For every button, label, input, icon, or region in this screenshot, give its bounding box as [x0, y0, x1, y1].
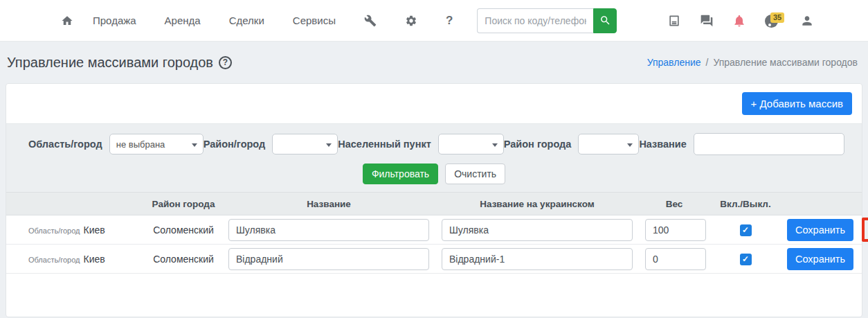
menu-sales[interactable]: Продажа [93, 15, 145, 26]
page-title-text: Управление массивами городов [7, 55, 213, 71]
row-enabled-cell: ✓ [709, 252, 781, 265]
row-region-cell: Область/город Киев [6, 224, 145, 236]
filter-name-input[interactable] [694, 133, 844, 155]
balance-badge: 35 [770, 12, 784, 23]
menu-services[interactable]: Сервисы [293, 15, 345, 26]
filter-district-select[interactable] [272, 134, 338, 154]
row-name-ua-cell [435, 219, 639, 241]
filter-region-label: Область/город [28, 139, 102, 150]
breadcrumb-separator: / [706, 57, 709, 68]
name-ua-input[interactable] [442, 248, 633, 270]
menu-deals-label: Сделки [229, 15, 264, 26]
top-navbar: Продажа Аренда Сделки Сервисы ? [0, 0, 868, 42]
home-icon [61, 15, 73, 27]
filter-city-district: Район города [504, 134, 640, 154]
filter-name: Название [639, 133, 844, 155]
chat-icon[interactable] [700, 14, 714, 28]
page-header: Управление массивами городов ? Управлени… [0, 42, 868, 83]
filter-region-select[interactable]: не выбрана [109, 134, 204, 154]
add-array-button[interactable]: + Добавить массив [742, 92, 852, 115]
wrench-icon [364, 15, 377, 27]
filter-section: Область/город не выбрана Район/город Нас… [6, 123, 862, 192]
filter-buttons: Фильтровать Очистить [28, 164, 840, 184]
filter-name-label: Название [639, 139, 686, 150]
page-title: Управление массивами городов ? [7, 55, 232, 71]
menu-services-label: Сервисы [293, 15, 336, 26]
th-name-ua: Название на украинском [435, 199, 639, 209]
row-weight-cell [639, 219, 709, 241]
menu-sales-label: Продажа [93, 15, 136, 26]
region-prefix-label: Область/город [28, 256, 80, 264]
navbar-right-icons: 35 [667, 13, 814, 28]
content-panel: + Добавить массив Область/город не выбра… [6, 83, 862, 317]
row-name-cell [222, 219, 435, 241]
filter-apply-button[interactable]: Фильтровать [363, 164, 438, 184]
row-actions-cell: Сохранить ✕ [781, 218, 868, 242]
search-input[interactable] [477, 8, 593, 33]
row-region-cell: Область/город Киев [6, 254, 145, 265]
save-button[interactable]: Сохранить [787, 219, 853, 241]
row-name-cell [222, 248, 435, 270]
coin-dot [768, 24, 771, 26]
row-actions-cell: Сохранить ✕ [781, 248, 868, 270]
menu-tools[interactable] [364, 15, 386, 27]
home-button[interactable] [61, 15, 73, 27]
region-prefix-label: Область/город [28, 227, 80, 235]
filter-clear-button[interactable]: Очистить [445, 164, 505, 184]
search-icon [599, 15, 611, 26]
user-icon[interactable] [800, 14, 814, 28]
menu-rent-label: Аренда [165, 15, 201, 26]
table-row: Область/город Киев Соломенский ✓ Сохрани… [6, 245, 862, 274]
weight-input[interactable] [645, 248, 706, 270]
weight-input[interactable] [645, 219, 706, 241]
th-weight: Вес [639, 199, 709, 209]
filter-settlement: Населенный пункт [338, 134, 504, 154]
th-name: Название [222, 199, 435, 209]
name-input[interactable] [228, 219, 429, 241]
row-name-ua-cell [435, 248, 639, 270]
breadcrumb-link-management[interactable]: Управление [647, 57, 701, 68]
select-arrows-icon [627, 142, 633, 147]
menu-deals[interactable]: Сделки [229, 15, 273, 26]
table-header: Район города Название Название на украин… [6, 192, 862, 215]
region-value: Киев [84, 224, 105, 236]
filter-district-label: Район/город [204, 139, 266, 150]
row-enabled-cell: ✓ [709, 223, 781, 236]
enabled-checkbox[interactable]: ✓ [740, 254, 752, 265]
help-icon[interactable]: ? [219, 56, 232, 69]
region-value: Киев [84, 254, 105, 265]
breadcrumb-current: Управление массивами городов [713, 57, 858, 68]
save-button[interactable]: Сохранить [787, 248, 853, 270]
select-arrows-icon [492, 142, 498, 147]
row-district-cell: Соломенский [145, 224, 222, 236]
search-button[interactable] [593, 8, 617, 33]
filter-settlement-label: Населенный пункт [338, 139, 431, 150]
filter-region-value: не выбрана [116, 139, 165, 150]
delete-button-highlight: ✕ [862, 218, 868, 242]
row-weight-cell [639, 248, 709, 270]
filter-city-district-label: Район города [504, 139, 572, 150]
filter-region: Область/город не выбрана [28, 134, 204, 154]
table-row: Область/город Киев Соломенский ✓ Сохрани… [6, 215, 862, 245]
main-menu: Продажа Аренда Сделки Сервисы ? [61, 14, 462, 28]
balance-icon[interactable]: 35 [765, 13, 781, 28]
select-arrows-icon [192, 142, 197, 147]
menu-settings[interactable] [405, 15, 426, 27]
menu-help[interactable]: ? [446, 14, 462, 28]
filter-district: Район/город [204, 134, 338, 154]
question-icon: ? [446, 14, 453, 28]
row-district-cell: Соломенский [145, 254, 222, 265]
name-ua-input[interactable] [442, 219, 633, 241]
gear-icon [405, 15, 417, 27]
bell-icon[interactable] [732, 14, 746, 28]
filter-settlement-select[interactable] [438, 134, 504, 154]
name-input[interactable] [228, 248, 429, 270]
menu-rent[interactable]: Аренда [165, 15, 210, 26]
enabled-checkbox[interactable]: ✓ [740, 224, 752, 236]
select-arrows-icon [326, 142, 332, 147]
th-city-district: Район города [145, 199, 222, 209]
panel-toolbar: + Добавить массив [6, 84, 862, 123]
filter-city-district-select[interactable] [578, 134, 639, 154]
search-bar [477, 8, 617, 33]
journal-icon[interactable] [667, 14, 681, 28]
